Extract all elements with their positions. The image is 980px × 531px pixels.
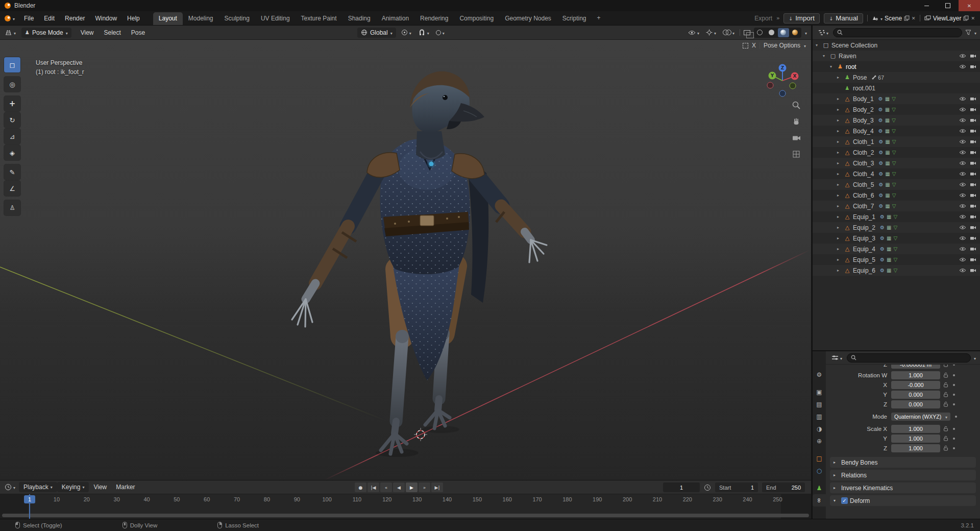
orientation-dropdown[interactable]: Global <box>357 28 396 38</box>
viewport-menu-item[interactable]: View <box>76 29 99 36</box>
playhead-frame-badge[interactable]: 1 <box>24 495 35 503</box>
outliner-row[interactable]: Cloth_6 ⚙ ▦ ▽ <box>813 190 980 201</box>
vertex-group-icon[interactable]: ▽ <box>893 235 897 241</box>
mesh-data-icon[interactable]: ▦ <box>887 225 891 230</box>
panel-header[interactable]: Deform <box>830 495 976 506</box>
vertex-group-icon[interactable]: ▽ <box>893 214 897 220</box>
properties-search-input[interactable] <box>859 355 967 361</box>
disclosure-triangle-icon[interactable] <box>837 182 843 187</box>
eye-icon[interactable] <box>959 64 966 69</box>
mesh-data-icon[interactable]: ▦ <box>885 107 890 112</box>
outliner-row[interactable]: Cloth_1 ⚙ ▦ ▽ <box>813 136 980 147</box>
disclosure-triangle-icon[interactable] <box>837 257 843 262</box>
disclosure-triangle-icon[interactable] <box>834 486 839 490</box>
properties-tab[interactable] <box>813 482 826 494</box>
modifier-wrench-icon[interactable]: ⚙ <box>880 225 885 230</box>
eye-icon[interactable] <box>959 257 966 262</box>
mesh-data-icon[interactable]: ▦ <box>885 117 890 123</box>
disclosure-triangle-icon[interactable] <box>830 64 836 69</box>
lock-icon[interactable] <box>943 372 948 378</box>
menu-item[interactable]: Window <box>90 15 122 22</box>
outliner-item-name[interactable]: root <box>846 63 856 70</box>
timeline-menu-item[interactable]: View <box>89 482 111 492</box>
modifier-wrench-icon[interactable]: ⚙ <box>878 182 883 187</box>
eye-icon[interactable] <box>959 236 966 240</box>
eye-icon[interactable] <box>959 268 966 273</box>
camera-icon[interactable] <box>970 139 976 144</box>
animate-dot[interactable] <box>953 438 955 440</box>
vertex-group-icon[interactable]: ▽ <box>892 139 896 144</box>
disclosure-triangle-icon[interactable] <box>837 96 843 101</box>
eye-icon[interactable] <box>959 161 966 165</box>
outliner-item-name[interactable]: Equip_3 <box>853 235 875 242</box>
tool-button[interactable] <box>4 112 20 128</box>
disclosure-triangle-icon[interactable] <box>837 139 843 144</box>
disclosure-triangle-icon[interactable] <box>837 225 843 230</box>
orthographic-toggle-button[interactable] <box>791 149 801 159</box>
properties-tab[interactable] <box>813 465 826 477</box>
location-z-field[interactable]: -0.000001 m <box>891 365 940 369</box>
lock-icon[interactable] <box>943 382 948 388</box>
modifier-wrench-icon[interactable]: ⚙ <box>878 160 883 166</box>
camera-icon[interactable] <box>970 257 976 262</box>
unlink-icon[interactable]: ✕ <box>912 16 916 21</box>
disclosure-triangle-icon[interactable] <box>837 193 843 198</box>
outliner-row[interactable]: Cloth_7 ⚙ ▦ ▽ <box>813 201 980 211</box>
tool-button[interactable] <box>4 129 20 144</box>
eye-icon[interactable] <box>959 139 966 144</box>
workspace-tab[interactable]: Texture Paint <box>296 12 342 25</box>
properties-tab[interactable] <box>813 411 826 423</box>
workspace-tab[interactable]: Sculpting <box>219 12 255 25</box>
workspace-tab[interactable]: Shading <box>342 12 376 25</box>
outliner-row[interactable]: root.001 ⚙ ▦ ▽ <box>813 83 980 93</box>
eye-icon[interactable] <box>959 118 966 123</box>
timeline-scrollbar[interactable] <box>2 514 809 517</box>
timeline-menu-item[interactable]: Keying <box>57 482 89 492</box>
raven-character-model[interactable] <box>292 71 547 457</box>
vertex-group-icon[interactable]: ▽ <box>892 171 896 177</box>
outliner-item-name[interactable]: Cloth_4 <box>853 171 874 178</box>
vertex-group-icon[interactable]: ▽ <box>892 182 896 187</box>
vertex-group-icon[interactable]: ▽ <box>892 96 896 102</box>
properties-tab[interactable] <box>813 452 826 465</box>
end-frame-field[interactable]: End 250 <box>762 482 805 492</box>
viewlayer-selector[interactable]: ViewLayer ✕ <box>924 15 975 22</box>
outliner-row[interactable]: Body_3 ⚙ ▦ ▽ <box>813 115 980 126</box>
transport-button[interactable]: ◀ <box>393 482 405 492</box>
camera-view-button[interactable] <box>791 133 801 143</box>
add-workspace-button[interactable]: + <box>592 12 606 25</box>
disclosure-triangle-icon[interactable] <box>837 247 843 251</box>
navigation-gizmo[interactable]: Z Y X <box>764 62 801 99</box>
outliner-row[interactable]: Cloth_3 ⚙ ▦ ▽ <box>813 158 980 168</box>
eye-icon[interactable] <box>959 225 966 230</box>
animate-dot[interactable] <box>953 428 955 430</box>
outliner-row[interactable]: Equip_6 ⚙ ▦ ▽ <box>813 265 980 276</box>
negative-z-axis-handle[interactable] <box>779 90 786 96</box>
tool-button[interactable] <box>4 164 20 180</box>
eye-icon[interactable] <box>959 150 966 155</box>
disclosure-triangle-icon[interactable] <box>837 161 843 165</box>
proportional-editing-button[interactable] <box>434 29 446 36</box>
panel-header[interactable]: Inverse Kinematics <box>830 482 976 493</box>
eye-icon[interactable] <box>959 193 966 198</box>
chevron-down-icon[interactable] <box>974 29 976 36</box>
outliner-item-name[interactable]: Cloth_6 <box>853 192 874 199</box>
viewport-menu-item[interactable]: Select <box>99 29 126 36</box>
editor-type-button[interactable] <box>3 484 17 491</box>
disclosure-triangle-icon[interactable] <box>834 498 839 503</box>
xray-toggle[interactable] <box>744 30 750 35</box>
value-field[interactable]: -0.000 <box>891 381 940 389</box>
timeline-menu-item[interactable]: Marker <box>111 482 139 492</box>
camera-icon[interactable] <box>970 182 976 187</box>
timeline-ruler-area[interactable]: 1020304050607080901001101201301401501601… <box>0 494 811 519</box>
mesh-data-icon[interactable]: ▦ <box>887 246 891 252</box>
outliner-item-name[interactable]: Body_2 <box>853 106 874 113</box>
mesh-data-icon[interactable]: ▦ <box>887 214 891 220</box>
outliner-row[interactable]: Cloth_5 ⚙ ▦ ▽ <box>813 179 980 190</box>
modifier-wrench-icon[interactable]: ⚙ <box>878 139 883 144</box>
modifier-wrench-icon[interactable]: ⚙ <box>880 268 885 273</box>
workspace-tab[interactable]: Compositing <box>454 12 499 25</box>
eye-icon[interactable] <box>959 54 966 58</box>
workspace-tab[interactable]: Geometry Nodes <box>499 12 557 25</box>
mesh-data-icon[interactable]: ▦ <box>885 192 890 198</box>
